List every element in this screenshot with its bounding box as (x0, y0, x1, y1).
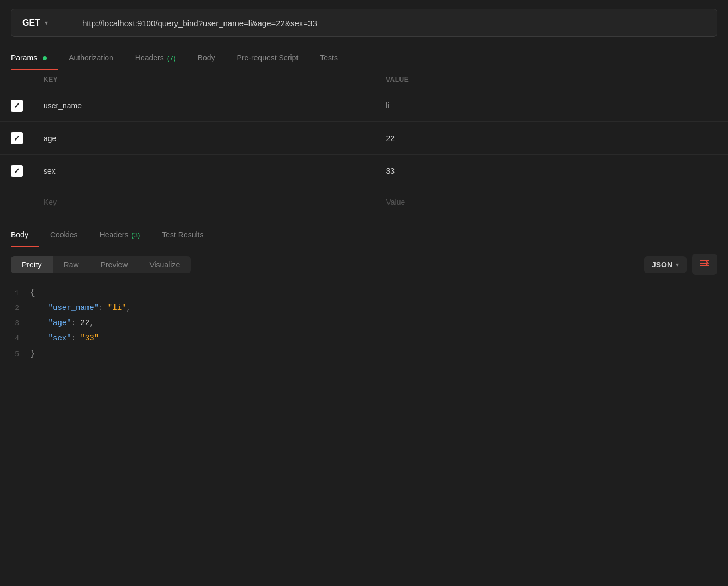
empty-value[interactable]: Value (375, 198, 718, 206)
line-content-2: "user_name": "li", (30, 303, 728, 312)
brace-open-icon: { (30, 288, 35, 298)
method-selector[interactable]: GET ▾ (11, 9, 71, 36)
brace-close-icon: } (30, 349, 35, 359)
tab-authorization[interactable]: Authorization (58, 46, 124, 70)
row1-checkbox-cell: ✓ (11, 100, 44, 112)
chevron-down-icon: ▾ (45, 19, 48, 27)
row3-value[interactable]: 33 (375, 167, 718, 175)
table-row: ✓ age 22 (0, 122, 728, 155)
row2-key[interactable]: age (44, 134, 375, 143)
checkmark-icon: ✓ (14, 102, 20, 109)
json-key-sex: "sex" (48, 334, 71, 343)
code-line-1: 1 { (0, 287, 728, 302)
format-selector[interactable]: JSON ▾ (644, 256, 687, 273)
wrap-lines-icon (699, 258, 711, 271)
params-dot (43, 56, 47, 60)
line-number-4: 4 (0, 334, 30, 343)
header-value-col: VALUE (375, 76, 717, 83)
code-line-2: 2 "user_name": "li", (0, 302, 728, 318)
code-editor: 1 { 2 "user_name": "li", 3 "age": 22, 4 … (0, 282, 728, 369)
url-bar: GET ▾ (11, 9, 717, 37)
code-line-4: 4 "sex": "33" (0, 333, 728, 348)
request-tabs-bar: Params Authorization Headers (7) Body Pr… (0, 46, 728, 70)
empty-key[interactable]: Key (44, 198, 375, 206)
view-tab-raw[interactable]: Raw (53, 256, 90, 273)
view-tab-preview[interactable]: Preview (90, 256, 139, 273)
response-tab-test-results[interactable]: Test Results (151, 223, 214, 247)
json-value-sex: "33" (80, 334, 99, 343)
row3-key[interactable]: sex (44, 167, 375, 175)
header-check-col (11, 76, 44, 83)
line-content-1: { (30, 288, 728, 298)
response-tab-body[interactable]: Body (11, 223, 39, 247)
response-tab-cookies[interactable]: Cookies (39, 223, 89, 247)
json-value-age: 22 (80, 319, 89, 327)
json-key-age: "age" (48, 319, 71, 327)
header-key-col: KEY (44, 76, 375, 83)
line-number-5: 5 (0, 350, 30, 358)
row1-checkbox[interactable]: ✓ (11, 100, 23, 112)
tab-params[interactable]: Params (11, 46, 58, 70)
line-number-2: 2 (0, 304, 30, 312)
checkmark-icon: ✓ (14, 167, 20, 175)
line-number-3: 3 (0, 319, 30, 327)
method-label: GET (22, 18, 40, 28)
response-tab-headers[interactable]: Headers (3) (89, 223, 151, 247)
json-key-user_name: "user_name" (48, 303, 99, 312)
row2-checkbox-cell: ✓ (11, 132, 44, 144)
body-toolbar: Pretty Raw Preview Visualize JSON ▾ (0, 247, 728, 282)
row2-checkbox[interactable]: ✓ (11, 132, 23, 144)
wrap-button[interactable] (692, 254, 717, 275)
row1-key[interactable]: user_name (44, 101, 375, 110)
tab-pre-request[interactable]: Pre-request Script (226, 46, 309, 70)
response-tabs-bar: Body Cookies Headers (3) Test Results (0, 223, 728, 247)
row2-value[interactable]: 22 (375, 134, 718, 143)
chevron-down-icon: ▾ (676, 261, 679, 268)
row3-checkbox-cell: ✓ (11, 165, 44, 177)
tab-tests[interactable]: Tests (309, 46, 349, 70)
table-row-empty: Key Value (0, 187, 728, 217)
line-content-4: "sex": "33" (30, 334, 728, 343)
table-row: ✓ sex 33 (0, 155, 728, 187)
row3-checkbox[interactable]: ✓ (11, 165, 23, 177)
view-tab-pretty[interactable]: Pretty (11, 256, 53, 273)
line-content-3: "age": 22, (30, 319, 728, 327)
tab-body[interactable]: Body (187, 46, 226, 70)
checkmark-icon: ✓ (14, 135, 20, 142)
line-content-5: } (30, 349, 728, 359)
table-row: ✓ user_name li (0, 89, 728, 122)
code-line-3: 3 "age": 22, (0, 318, 728, 333)
view-tabs: Pretty Raw Preview Visualize (11, 256, 191, 273)
line-number-1: 1 (0, 289, 30, 297)
row1-value[interactable]: li (375, 101, 718, 110)
code-line-5: 5 } (0, 348, 728, 363)
view-tab-visualize[interactable]: Visualize (138, 256, 191, 273)
tab-headers[interactable]: Headers (7) (124, 46, 187, 70)
params-table-header: KEY VALUE (0, 70, 728, 89)
json-value-user_name: "li" (108, 303, 126, 312)
url-input[interactable] (71, 19, 717, 28)
